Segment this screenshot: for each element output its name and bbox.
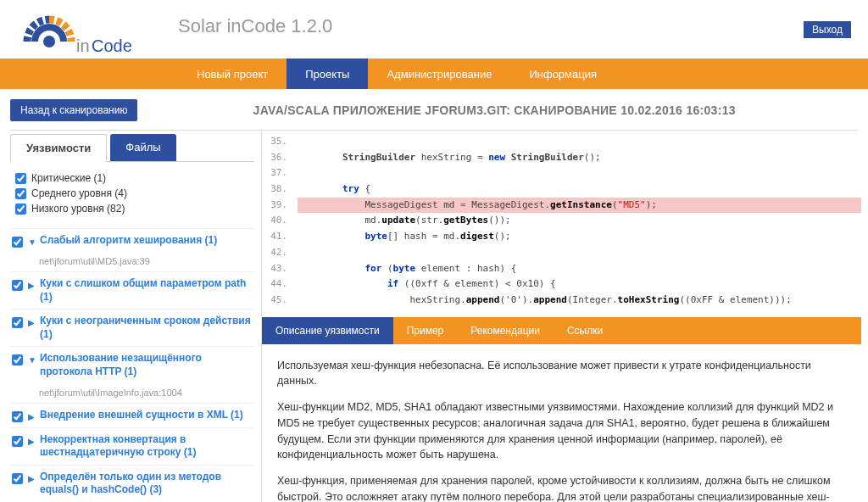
code-text xyxy=(298,134,861,150)
vuln-title: Использование незащищённого протокола HT… xyxy=(40,352,253,378)
code-text: hexString.append('0').append(Integer.toH… xyxy=(298,293,861,309)
vulnerability-description: Используемая хеш-функция небезопасна. Её… xyxy=(262,344,861,502)
vuln-item[interactable]: ▶Некорректная конвертация в шестнадцатер… xyxy=(10,427,254,465)
caret-icon: ▶ xyxy=(28,437,36,446)
code-line: 41. byte[] hash = md.digest(); xyxy=(262,229,861,245)
filter-label: Среднего уровня (4) xyxy=(31,187,127,199)
vuln-item[interactable]: ▼Использование незащищённого протокола H… xyxy=(10,346,254,383)
detail-tabs: Описание уязвимостиПримерРекомендацииСсы… xyxy=(262,317,861,344)
detail-tab[interactable]: Рекомендации xyxy=(457,317,554,344)
detail-tab[interactable]: Описание уязвимости xyxy=(262,317,393,344)
filter-row: Среднего уровня (4) xyxy=(15,186,249,201)
nav-admin[interactable]: Администрирование xyxy=(368,59,510,89)
caret-icon: ▼ xyxy=(28,237,36,247)
code-text: if ((0xff & element) < 0x10) { xyxy=(298,276,861,293)
line-number: 38. xyxy=(262,181,298,198)
code-text: byte[] hash = md.digest(); xyxy=(298,229,861,245)
filter-label: Низкого уровня (82) xyxy=(31,203,125,215)
vuln-title: Внедрение внешней сущности в XML (1) xyxy=(40,409,253,422)
detail-tab[interactable]: Ссылки xyxy=(554,317,616,344)
code-text xyxy=(298,165,861,181)
line-number: 41. xyxy=(262,229,298,245)
vuln-file-path[interactable]: net\jforum\util\ImageInfo.java:1004 xyxy=(10,384,254,403)
code-line: 45. hexString.append('0').append(Integer… xyxy=(262,293,861,309)
filter-checkbox[interactable] xyxy=(15,188,26,199)
line-number: 43. xyxy=(262,261,298,277)
svg-text:Code: Code xyxy=(92,36,132,55)
app-title: Solar inCode 1.2.0 xyxy=(170,8,804,37)
desc-paragraph: Используемая хеш-функция небезопасна. Её… xyxy=(277,358,846,390)
sidebar-tabs: Уязвимости Файлы xyxy=(10,134,254,162)
vuln-item[interactable]: ▶Куки с слишком общим параметром path (1… xyxy=(10,271,254,309)
tab-vulnerabilities[interactable]: Уязвимости xyxy=(10,134,107,162)
vuln-checkbox[interactable] xyxy=(12,411,23,422)
line-number: 37. xyxy=(262,165,298,181)
code-text xyxy=(298,245,861,261)
caret-icon: ▶ xyxy=(28,281,36,290)
vuln-item[interactable]: ▶Определён только один из методов equals… xyxy=(10,465,254,502)
vuln-file-path[interactable]: net\jforum\util\MD5.java:39 xyxy=(10,253,254,271)
scan-title: JAVA/SCALA ПРИЛОЖЕНИЕ JFORUM3.GIT: СКАНИ… xyxy=(137,103,851,117)
line-number: 44. xyxy=(262,276,298,293)
vuln-item[interactable]: ▼Слабый алгоритм хеширования (1) xyxy=(10,228,254,253)
desc-paragraph: Хеш-функции MD2, MD5, SHA1 обладают изве… xyxy=(277,399,846,463)
code-line: 42. xyxy=(262,245,861,261)
vuln-title: Некорректная конвертация в шестнадцатери… xyxy=(40,433,253,460)
vuln-title: Слабый алгоритм хеширования (1) xyxy=(40,234,253,248)
filter-checkbox[interactable] xyxy=(15,173,26,184)
code-line: 37. xyxy=(262,165,861,181)
svg-text:in: in xyxy=(76,36,90,55)
code-line: 39. MessageDigest md = MessageDigest.get… xyxy=(262,198,861,214)
code-line: 35. xyxy=(262,134,861,150)
caret-icon: ▶ xyxy=(28,318,36,327)
vuln-checkbox[interactable] xyxy=(12,354,23,365)
vuln-checkbox[interactable] xyxy=(12,436,23,447)
tab-files[interactable]: Файлы xyxy=(110,134,175,161)
code-line: 40. md.update(str.getBytes()); xyxy=(262,213,861,229)
line-number: 45. xyxy=(262,293,298,309)
vuln-title: Определён только один из методов equals(… xyxy=(40,471,253,497)
code-viewer: 35.36. StringBuilder hexString = new Str… xyxy=(262,131,861,312)
vuln-title: Куки с слишком общим параметром path (1) xyxy=(40,277,253,304)
logo: in Code xyxy=(17,8,170,81)
vuln-checkbox[interactable] xyxy=(12,280,23,291)
filter-label: Критические (1) xyxy=(31,172,106,184)
vuln-item[interactable]: ▶Куки с неограниченным сроком действия (… xyxy=(10,309,254,346)
vuln-item[interactable]: ▶Внедрение внешней сущности в XML (1) xyxy=(10,403,254,427)
desc-paragraph: Хеш-функция, применяемая для хранения па… xyxy=(277,473,846,502)
filter-checkbox[interactable] xyxy=(15,204,26,215)
code-text: for (byte element : hash) { xyxy=(298,261,861,277)
detail-tab[interactable]: Пример xyxy=(393,317,458,344)
code-text: MessageDigest md = MessageDigest.getInst… xyxy=(298,198,861,214)
vuln-checkbox[interactable] xyxy=(12,317,23,328)
line-number: 39. xyxy=(262,198,298,214)
line-number: 35. xyxy=(262,134,298,150)
back-button[interactable]: Назад к сканированию xyxy=(10,99,137,121)
caret-icon: ▼ xyxy=(28,355,36,365)
nav-projects[interactable]: Проекты xyxy=(287,59,368,89)
line-number: 40. xyxy=(262,213,298,229)
code-line: 36. StringBuilder hexString = new String… xyxy=(262,150,861,166)
caret-icon: ▶ xyxy=(28,474,36,483)
vuln-checkbox[interactable] xyxy=(12,473,23,484)
nav-info[interactable]: Информация xyxy=(510,59,615,89)
line-number: 36. xyxy=(262,150,298,166)
code-text: StringBuilder hexString = new StringBuil… xyxy=(298,150,861,166)
code-line: 43. for (byte element : hash) { xyxy=(262,261,861,277)
vuln-title: Куки с неограниченным сроком действия (1… xyxy=(40,315,253,341)
filter-row: Критические (1) xyxy=(15,170,249,186)
code-text: md.update(str.getBytes()); xyxy=(298,213,861,229)
line-number: 42. xyxy=(262,245,298,261)
code-line: 44. if ((0xff & element) < 0x10) { xyxy=(262,276,861,293)
exit-button[interactable]: Выход xyxy=(804,21,851,38)
nav-new-project[interactable]: Новый проект xyxy=(178,59,287,89)
code-line: 38. try { xyxy=(262,181,861,198)
filter-row: Низкого уровня (82) xyxy=(15,201,249,216)
svg-point-0 xyxy=(43,36,55,47)
code-text: try { xyxy=(298,181,861,198)
vuln-checkbox[interactable] xyxy=(12,237,23,248)
caret-icon: ▶ xyxy=(28,412,36,421)
